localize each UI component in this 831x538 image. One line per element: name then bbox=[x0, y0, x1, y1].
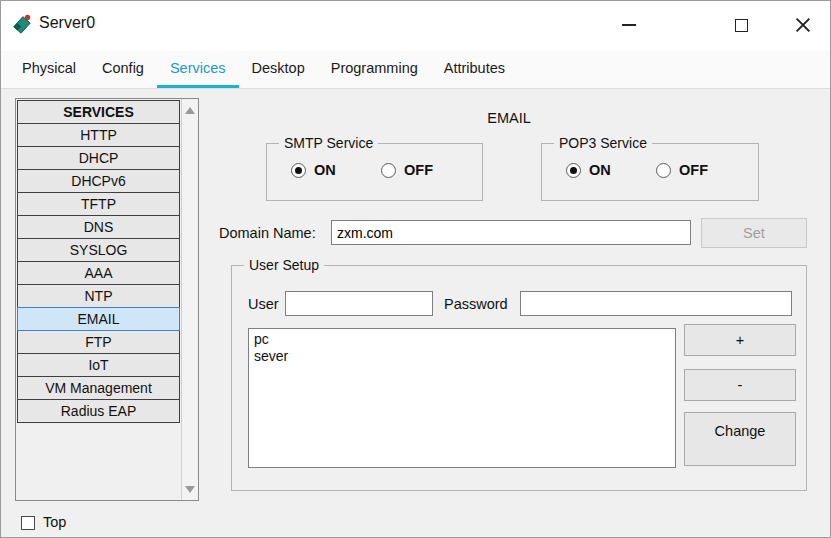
sidebar-item-tftp[interactable]: TFTP bbox=[17, 192, 180, 216]
server-window: Server0 Physical Config Services Desktop… bbox=[0, 0, 831, 538]
smtp-on-option[interactable]: ON bbox=[291, 162, 336, 178]
domain-name-label: Domain Name: bbox=[219, 225, 316, 241]
smtp-off-option[interactable]: OFF bbox=[381, 162, 433, 178]
packet-tracer-device-icon bbox=[11, 12, 33, 36]
smtp-on-radio[interactable] bbox=[291, 163, 306, 178]
smtp-service-legend: SMTP Service bbox=[279, 135, 378, 151]
services-sidebar: SERVICES HTTP DHCP DHCPv6 TFTP DNS SYSLO… bbox=[15, 98, 199, 501]
sidebar-scrollbar[interactable] bbox=[181, 99, 198, 500]
top-checkbox[interactable] bbox=[21, 516, 35, 530]
change-user-button[interactable]: Change bbox=[684, 412, 796, 466]
remove-user-button[interactable]: - bbox=[684, 369, 796, 401]
sidebar-item-ntp[interactable]: NTP bbox=[17, 284, 180, 308]
smtp-off-label: OFF bbox=[404, 162, 433, 178]
tab-programming[interactable]: Programming bbox=[318, 51, 431, 88]
set-button[interactable]: Set bbox=[701, 218, 807, 248]
user-list-item[interactable]: pc bbox=[254, 331, 670, 348]
sidebar-item-dns[interactable]: DNS bbox=[17, 215, 180, 239]
sidebar-item-radius-eap[interactable]: Radius EAP bbox=[17, 399, 180, 423]
pop3-on-radio[interactable] bbox=[566, 163, 581, 178]
arrow-down-icon bbox=[185, 486, 195, 493]
pop3-off-option[interactable]: OFF bbox=[656, 162, 708, 178]
smtp-on-label: ON bbox=[314, 162, 336, 178]
tab-config[interactable]: Config bbox=[89, 51, 157, 88]
smtp-off-radio[interactable] bbox=[381, 163, 396, 178]
scroll-down-button[interactable] bbox=[182, 480, 198, 498]
pop3-off-radio[interactable] bbox=[656, 163, 671, 178]
tab-bar: Physical Config Services Desktop Program… bbox=[1, 51, 830, 89]
sidebar-item-http[interactable]: HTTP bbox=[17, 123, 180, 147]
pop3-on-option[interactable]: ON bbox=[566, 162, 611, 178]
user-setup-group: User Setup User Password pc sever + - Ch… bbox=[231, 265, 807, 491]
pop3-service-group: POP3 Service ON OFF bbox=[541, 143, 759, 201]
tab-physical[interactable]: Physical bbox=[9, 51, 89, 88]
sidebar-item-syslog[interactable]: SYSLOG bbox=[17, 238, 180, 262]
scroll-up-button[interactable] bbox=[182, 101, 198, 119]
pop3-off-label: OFF bbox=[679, 162, 708, 178]
user-list[interactable]: pc sever bbox=[248, 328, 676, 468]
tab-desktop[interactable]: Desktop bbox=[239, 51, 318, 88]
tab-attributes[interactable]: Attributes bbox=[431, 51, 518, 88]
maximize-button[interactable] bbox=[718, 3, 764, 47]
close-icon bbox=[795, 17, 811, 33]
maximize-icon bbox=[735, 19, 748, 32]
password-input[interactable] bbox=[520, 291, 792, 316]
pop3-on-label: ON bbox=[589, 162, 611, 178]
user-input[interactable] bbox=[285, 291, 433, 316]
titlebar: Server0 bbox=[1, 1, 830, 51]
sidebar-item-aaa[interactable]: AAA bbox=[17, 261, 180, 285]
pop3-service-legend: POP3 Service bbox=[554, 135, 652, 151]
close-button[interactable] bbox=[780, 3, 826, 47]
minimize-icon bbox=[622, 24, 636, 26]
user-list-item[interactable]: sever bbox=[254, 348, 670, 365]
services-list: SERVICES HTTP DHCP DHCPv6 TFTP DNS SYSLO… bbox=[17, 100, 180, 423]
minimize-button[interactable] bbox=[606, 3, 652, 47]
sidebar-header-services: SERVICES bbox=[17, 100, 180, 124]
sidebar-item-dhcp[interactable]: DHCP bbox=[17, 146, 180, 170]
top-checkbox-label: Top bbox=[43, 514, 66, 530]
add-user-button[interactable]: + bbox=[684, 324, 796, 356]
sidebar-item-dhcpv6[interactable]: DHCPv6 bbox=[17, 169, 180, 193]
page-title: EMAIL bbox=[199, 110, 819, 126]
sidebar-item-email[interactable]: EMAIL bbox=[17, 307, 180, 331]
domain-name-input[interactable] bbox=[331, 220, 691, 245]
sidebar-item-vm-management[interactable]: VM Management bbox=[17, 376, 180, 400]
sidebar-item-iot[interactable]: IoT bbox=[17, 353, 180, 377]
window-title: Server0 bbox=[39, 14, 95, 32]
smtp-service-group: SMTP Service ON OFF bbox=[266, 143, 483, 201]
password-label: Password bbox=[444, 296, 508, 312]
tab-services[interactable]: Services bbox=[157, 51, 239, 88]
user-label: User bbox=[248, 296, 279, 312]
user-setup-legend: User Setup bbox=[244, 257, 324, 273]
sidebar-item-ftp[interactable]: FTP bbox=[17, 330, 180, 354]
arrow-up-icon bbox=[185, 107, 195, 114]
